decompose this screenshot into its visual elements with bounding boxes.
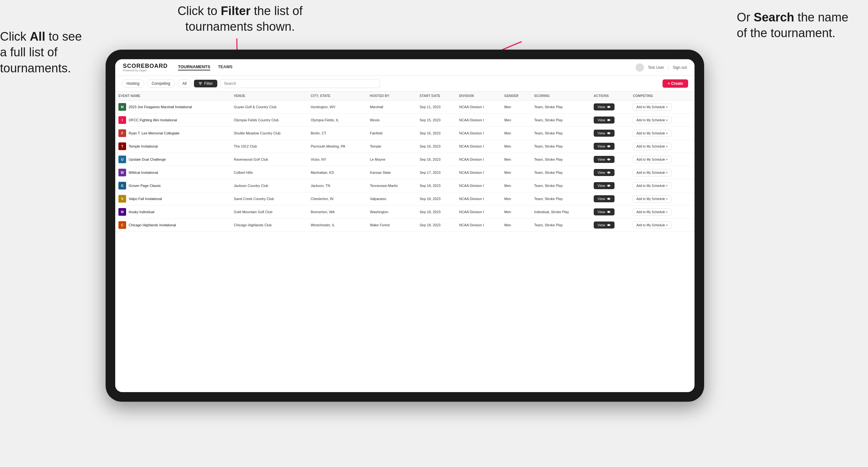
team-logo-4: U <box>118 156 126 163</box>
view-button-0[interactable]: View <box>594 103 615 111</box>
table-row: W Husky Individual Gold Mountain Golf Cl… <box>115 206 694 219</box>
cell-scoring-2: Team, Stroke Play <box>531 127 590 140</box>
view-button-9[interactable]: View <box>594 221 615 228</box>
filter-button[interactable]: Filter <box>194 80 217 87</box>
cell-event-name-3: T Temple Invitational <box>115 140 231 153</box>
team-logo-8: W <box>118 208 126 216</box>
cell-scoring-5: Team, Stroke Play <box>531 166 590 179</box>
add-schedule-button-3[interactable]: Add to My Schedule + <box>633 143 671 150</box>
cell-gender-6: Men <box>501 179 531 192</box>
sign-out-link[interactable]: Sign out <box>673 65 687 70</box>
add-schedule-button-9[interactable]: Add to My Schedule + <box>633 221 671 229</box>
cell-competing-2: Add to My Schedule + <box>629 127 694 140</box>
cell-city-0: Huntington, WV <box>308 100 367 114</box>
cell-date-8: Sep 18, 2023 <box>416 206 456 219</box>
view-button-6[interactable]: View <box>594 182 615 189</box>
col-start-date: START DATE <box>416 92 456 100</box>
cell-scoring-1: Team, Stroke Play <box>531 114 590 127</box>
cell-gender-3: Men <box>501 140 531 153</box>
cell-division-1: NCAA Division I <box>456 114 501 127</box>
view-button-7[interactable]: View <box>594 195 615 202</box>
event-name-text-4: Upstate Dual Challenge <box>129 157 166 161</box>
create-button[interactable]: + Create <box>662 80 688 88</box>
cell-division-7: NCAA Division I <box>456 192 501 206</box>
header-right: Test User | Sign out <box>636 63 687 72</box>
cell-hosted-6: Tennessee-Martin <box>367 179 416 192</box>
cell-city-2: Berlin, CT <box>308 127 367 140</box>
table-row: G Grover Page Classic Jackson Country Cl… <box>115 179 694 192</box>
add-schedule-button-5[interactable]: Add to My Schedule + <box>633 169 671 176</box>
cell-event-name-5: W Wildcat Invitational <box>115 166 231 179</box>
eye-icon-7 <box>607 197 611 201</box>
cell-actions-6: View <box>590 179 629 192</box>
event-name-text-7: Valpo Fall Invitational <box>129 197 162 201</box>
cell-division-3: NCAA Division I <box>456 140 501 153</box>
cell-competing-3: Add to My Schedule + <box>629 140 694 153</box>
add-schedule-button-8[interactable]: Add to My Schedule + <box>633 208 671 216</box>
svg-rect-2 <box>200 84 201 85</box>
cell-gender-0: Men <box>501 100 531 114</box>
cell-competing-6: Add to My Schedule + <box>629 179 694 192</box>
event-name-text-3: Temple Invitational <box>129 144 158 148</box>
cell-city-6: Jackson, TN <box>308 179 367 192</box>
add-schedule-button-1[interactable]: Add to My Schedule + <box>633 117 671 124</box>
cell-division-2: NCAA Division I <box>456 127 501 140</box>
tab-competing[interactable]: Competing <box>147 80 175 88</box>
add-schedule-button-7[interactable]: Add to My Schedule + <box>633 195 671 203</box>
nav-tournaments[interactable]: TOURNAMENTS <box>178 64 210 70</box>
cell-venue-4: Ravenwood Golf Club <box>231 153 308 166</box>
cell-event-name-7: V Valpo Fall Invitational <box>115 192 231 206</box>
add-schedule-button-2[interactable]: Add to My Schedule + <box>633 130 671 137</box>
main-nav: TOURNAMENTS TEAMS <box>178 64 636 70</box>
view-button-8[interactable]: View <box>594 208 615 215</box>
add-schedule-button-4[interactable]: Add to My Schedule + <box>633 156 671 163</box>
cell-scoring-6: Team, Stroke Play <box>531 179 590 192</box>
view-button-3[interactable]: View <box>594 143 615 150</box>
cell-venue-2: Shuttle Meadow Country Club <box>231 127 308 140</box>
cell-venue-7: Sand Creek Country Club <box>231 192 308 206</box>
team-logo-6: G <box>118 182 126 189</box>
cell-scoring-3: Team, Stroke Play <box>531 140 590 153</box>
cell-hosted-3: Temple <box>367 140 416 153</box>
view-button-2[interactable]: View <box>594 130 615 137</box>
cell-city-5: Manhattan, KS <box>308 166 367 179</box>
cell-actions-2: View <box>590 127 629 140</box>
cell-hosted-7: Valparaiso <box>367 192 416 206</box>
cell-city-7: Chesterton, IN <box>308 192 367 206</box>
cell-gender-9: Men <box>501 219 531 232</box>
team-logo-7: V <box>118 195 126 203</box>
eye-icon-1 <box>607 118 611 122</box>
tablet-frame: SCOREBOARD Powered by clippd TOURNAMENTS… <box>105 50 704 402</box>
col-division: DIVISION <box>456 92 501 100</box>
add-schedule-button-0[interactable]: Add to My Schedule + <box>633 103 671 111</box>
svg-rect-0 <box>199 82 202 83</box>
search-input[interactable] <box>220 79 380 88</box>
col-actions: ACTIONS <box>590 92 629 100</box>
cell-event-name-4: U Upstate Dual Challenge <box>115 153 231 166</box>
cell-actions-3: View <box>590 140 629 153</box>
tab-hosting[interactable]: Hosting <box>122 80 144 88</box>
cell-event-name-9: C Chicago Highlands Invitational <box>115 219 231 232</box>
cell-hosted-1: Illinois <box>367 114 416 127</box>
view-button-1[interactable]: View <box>594 117 615 124</box>
table-row: C Chicago Highlands Invitational Chicago… <box>115 219 694 232</box>
tab-all[interactable]: All <box>178 80 191 88</box>
user-avatar <box>636 63 644 72</box>
team-logo-2: F <box>118 129 126 137</box>
cell-hosted-5: Kansas State <box>367 166 416 179</box>
app-header: SCOREBOARD Powered by clippd TOURNAMENTS… <box>115 59 694 76</box>
eye-icon-2 <box>607 131 611 135</box>
cell-division-5: NCAA Division I <box>456 166 501 179</box>
cell-division-6: NCAA Division I <box>456 179 501 192</box>
cell-venue-0: Guyan Golf & Country Club <box>231 100 308 114</box>
event-name-text-2: Ryan T. Lee Memorial Collegiate <box>129 131 180 135</box>
add-schedule-button-6[interactable]: Add to My Schedule + <box>633 182 671 189</box>
nav-teams[interactable]: TEAMS <box>218 64 233 70</box>
view-button-5[interactable]: View <box>594 169 615 176</box>
table-row: V Valpo Fall Invitational Sand Creek Cou… <box>115 192 694 206</box>
view-button-4[interactable]: View <box>594 156 615 163</box>
cell-competing-5: Add to My Schedule + <box>629 166 694 179</box>
svg-rect-1 <box>199 83 202 84</box>
tournaments-table: EVENT NAME VENUE CITY, STATE HOSTED BY S… <box>115 92 694 232</box>
table-row: U Upstate Dual Challenge Ravenwood Golf … <box>115 153 694 166</box>
